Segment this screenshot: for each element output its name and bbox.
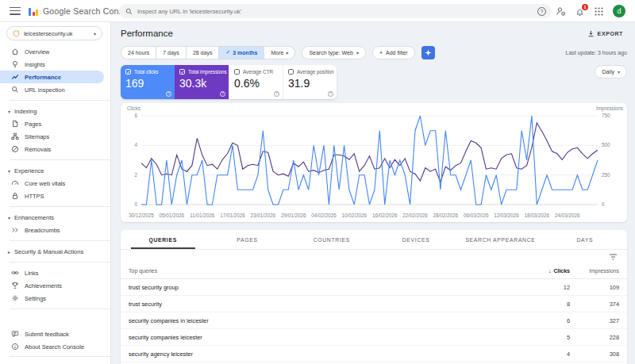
range-more[interactable]: More ▾	[264, 47, 294, 59]
search-type-filter[interactable]: Search type: Web ▾	[302, 46, 366, 59]
average-position-card[interactable]: Average position 31.9 ?	[283, 65, 337, 99]
chevron-down-icon: ▾	[286, 50, 288, 56]
column-top-queries[interactable]: Top queries	[129, 268, 487, 274]
tab-pages[interactable]: PAGES	[205, 230, 289, 249]
help-circle-icon[interactable]: ?	[220, 91, 225, 97]
svg-text:4: 4	[134, 142, 137, 148]
apps-grid-icon[interactable]	[594, 6, 604, 17]
sidebar-item-overview[interactable]: Overview	[0, 45, 104, 58]
chevron-down-icon: ▾	[8, 109, 10, 114]
last-update-text: Last update: 3 hours ago	[566, 50, 627, 56]
search-icon	[125, 8, 133, 15]
sidebar-item-settings[interactable]: Settings	[0, 292, 104, 305]
svg-text:6: 6	[134, 113, 137, 118]
url-inspect-input[interactable]	[137, 8, 545, 15]
sidebar-item-pages[interactable]: Pages	[0, 117, 104, 130]
notifications-bell-icon[interactable]: 1	[575, 6, 585, 17]
divider	[10, 159, 110, 160]
svg-text:23/01/2026: 23/01/2026	[251, 213, 276, 218]
svg-text:?: ?	[541, 9, 544, 14]
metric-cards-row: Total clicks 169 ? Total impressions 30.…	[121, 65, 627, 99]
svg-text:750: 750	[602, 113, 610, 118]
export-button[interactable]: EXPORT	[583, 28, 627, 40]
total-clicks-value: 169	[125, 77, 170, 90]
page-icon	[10, 120, 19, 128]
google-search-console-app: Google Search Console ?	[0, 0, 635, 364]
metric-cards: Total clicks 169 ? Total impressions 30.…	[121, 65, 337, 99]
sidebar-item-removals[interactable]: Removals	[0, 143, 104, 155]
property-shield-icon	[13, 30, 20, 37]
column-impressions[interactable]: Impressions	[570, 268, 619, 274]
svg-text:0: 0	[134, 201, 137, 207]
checkbox-checked-icon[interactable]	[125, 69, 131, 75]
sidebar-section-experience[interactable]: ▾ Experience	[0, 164, 104, 177]
range-3-months[interactable]: ✓ 3 months	[218, 47, 264, 59]
average-ctr-value: 0.6%	[234, 77, 278, 90]
sidebar-item-insights[interactable]: Insights	[0, 58, 104, 71]
svg-text:Impressions: Impressions	[596, 105, 623, 112]
help-circle-icon[interactable]: ?	[166, 91, 171, 97]
checkbox-unchecked-icon[interactable]	[288, 69, 294, 75]
main-content: Performance EXPORT 24 hours 7 days 28 da…	[111, 22, 635, 364]
filter-list-icon[interactable]	[609, 253, 618, 261]
granularity-selector[interactable]: Daily ▾	[595, 65, 627, 79]
checkbox-unchecked-icon[interactable]	[234, 69, 240, 75]
average-ctr-card[interactable]: Average CTR 0.6% ?	[229, 65, 283, 99]
sidebar-section-enhancements[interactable]: ▾ Enhancements	[0, 211, 104, 224]
svg-text:05/01/2026: 05/01/2026	[160, 213, 185, 218]
table-row[interactable]: trust security 8 374	[121, 296, 627, 312]
sidebar-item-achievements[interactable]: Achievements	[0, 279, 104, 292]
tab-days[interactable]: DAYS	[543, 230, 627, 249]
divider	[10, 206, 110, 207]
home-icon	[10, 48, 19, 56]
about-search-console-button[interactable]: About Search Console	[0, 340, 104, 353]
range-7-days[interactable]: 7 days	[156, 47, 186, 59]
property-selector[interactable]: leicestersecurity.uk ▾	[6, 26, 102, 40]
svg-text:04/02/2026: 04/02/2026	[311, 213, 337, 218]
help-circle-icon[interactable]: ?	[328, 91, 333, 97]
svg-text:10/02/2026: 10/02/2026	[342, 213, 368, 218]
user-settings-icon[interactable]	[556, 6, 566, 17]
tab-search-appearance[interactable]: SEARCH APPEARANCE	[458, 230, 542, 249]
add-filter-button[interactable]: + Add filter	[372, 46, 415, 59]
sidebar-item-links[interactable]: Links	[0, 266, 104, 279]
submit-feedback-button[interactable]: Submit feedback	[0, 328, 104, 340]
svg-text:06/03/2026: 06/03/2026	[464, 213, 489, 218]
sidebar-item-breadcrumbs[interactable]: Breadcrumbs	[0, 224, 104, 236]
sidebar-section-security-manual-actions[interactable]: ▸ Security & Manual Actions	[0, 245, 104, 258]
table-row[interactable]: security agency leicester 4 308	[121, 346, 627, 362]
avatar[interactable]: d	[613, 5, 625, 17]
performance-chart-card[interactable]: 0246025050075030/12/202505/01/202611/01/…	[121, 103, 627, 222]
svg-text:12/03/2026: 12/03/2026	[494, 213, 519, 218]
menu-icon[interactable]	[10, 7, 21, 15]
table-row[interactable]: security companies in leicester 6 327	[121, 312, 627, 329]
table-row[interactable]: trust security group 12 109	[121, 279, 627, 296]
chevron-down-icon: ▾	[8, 215, 10, 220]
range-24-hours[interactable]: 24 hours	[121, 47, 156, 59]
sidebar-item-sitemaps[interactable]: Sitemaps	[0, 130, 104, 143]
sidebar-item-core-web-vitals[interactable]: Core web vitals	[0, 177, 104, 190]
insights-sparkle-button[interactable]	[421, 46, 435, 59]
url-inspect-searchbar[interactable]	[119, 4, 552, 18]
tab-devices[interactable]: DEVICES	[374, 230, 458, 249]
checkbox-checked-icon[interactable]	[179, 69, 185, 75]
total-clicks-card[interactable]: Total clicks 169 ?	[121, 65, 175, 99]
range-28-days[interactable]: 28 days	[186, 47, 219, 59]
performance-chart-svg: 0246025050075030/12/202505/01/202611/01/…	[121, 103, 626, 222]
removals-icon	[10, 145, 19, 154]
sidebar-section-indexing[interactable]: ▾ Indexing	[0, 105, 104, 117]
sidebar-item-performance[interactable]: Performance	[0, 71, 104, 83]
sidebar-item-https[interactable]: HTTPS	[0, 190, 104, 202]
svg-text:22/02/2026: 22/02/2026	[402, 213, 428, 218]
table-row[interactable]: security companies leicester 5 228	[121, 329, 627, 346]
tab-countries[interactable]: COUNTRIES	[290, 230, 374, 249]
topbar: Google Search Console ?	[0, 0, 635, 22]
total-impressions-card[interactable]: Total impressions 30.3k ?	[175, 65, 229, 99]
column-clicks-sorted[interactable]: ↓ Clicks	[487, 268, 570, 274]
tab-queries[interactable]: QUERIES	[121, 230, 205, 249]
help-icon[interactable]: ?	[537, 6, 547, 17]
average-position-value: 31.9	[288, 77, 332, 90]
help-circle-icon[interactable]: ?	[274, 91, 279, 97]
page-title: Performance	[121, 29, 173, 38]
sidebar-item-url-inspection[interactable]: URL inspection	[0, 83, 104, 96]
